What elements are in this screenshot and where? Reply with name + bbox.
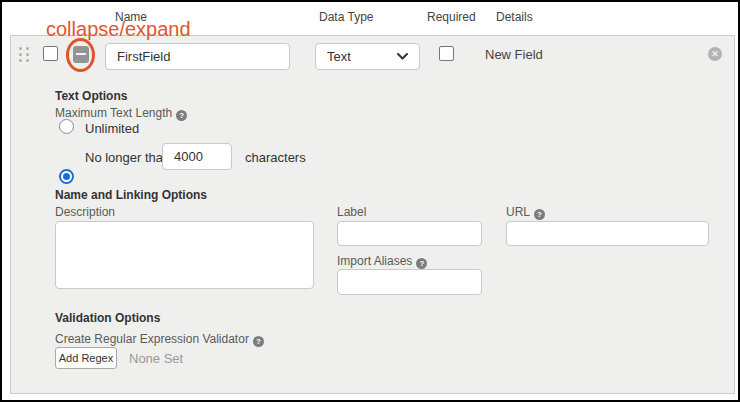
column-header-data-type: Data Type (319, 10, 373, 24)
no-longer-than-radio[interactable] (59, 169, 74, 184)
help-icon[interactable]: ? (176, 110, 187, 121)
regex-validator-label: Create Regular Expression Validator? (55, 332, 264, 347)
field-details-text: New Field (485, 47, 543, 62)
help-icon[interactable]: ? (253, 336, 264, 347)
column-header-details: Details (496, 10, 533, 24)
unlimited-radio[interactable] (59, 119, 74, 134)
minus-icon (76, 53, 86, 55)
import-aliases-input[interactable] (337, 269, 482, 295)
data-type-select[interactable]: Text (315, 43, 420, 70)
max-text-length-label: Maximum Text Length? (55, 106, 187, 121)
import-aliases-text: Import Aliases (337, 254, 412, 268)
field-editor-screenshot: { "annotation": { "label": "collapse/exp… (0, 0, 740, 402)
help-icon[interactable]: ? (534, 209, 545, 220)
import-aliases-label: Import Aliases? (337, 254, 427, 269)
description-textarea[interactable] (55, 221, 314, 289)
characters-label: characters (245, 150, 306, 165)
required-checkbox[interactable] (439, 46, 454, 61)
text-options-title: Text Options (55, 89, 127, 103)
row-select-checkbox[interactable] (43, 46, 58, 61)
validation-options-title: Validation Options (55, 311, 160, 325)
drag-handle-icon[interactable] (19, 47, 29, 62)
url-input[interactable] (506, 221, 709, 246)
column-header-required: Required (427, 10, 476, 24)
add-regex-button[interactable]: Add Regex (55, 347, 117, 369)
close-icon[interactable]: ✕ (708, 47, 722, 61)
regex-validator-text: Create Regular Expression Validator (55, 332, 249, 346)
label-label: Label (337, 205, 366, 219)
help-icon[interactable]: ? (416, 258, 427, 269)
chevron-down-icon (397, 53, 408, 60)
max-chars-input[interactable] (162, 143, 232, 170)
collapse-expand-annotation: collapse/expand (46, 18, 191, 41)
data-type-selected-value: Text (327, 49, 351, 64)
collapse-expand-button[interactable] (73, 46, 89, 63)
no-longer-than-label[interactable]: No longer than (85, 150, 170, 165)
max-text-length-text: Maximum Text Length (55, 106, 172, 120)
none-set-label: None Set (129, 351, 183, 366)
url-label-text: URL (506, 205, 530, 219)
description-label: Description (55, 205, 115, 219)
field-name-input[interactable] (105, 43, 290, 70)
name-linking-title: Name and Linking Options (55, 188, 207, 202)
unlimited-label[interactable]: Unlimited (85, 121, 139, 136)
label-input[interactable] (337, 221, 482, 246)
url-label: URL? (506, 205, 545, 220)
